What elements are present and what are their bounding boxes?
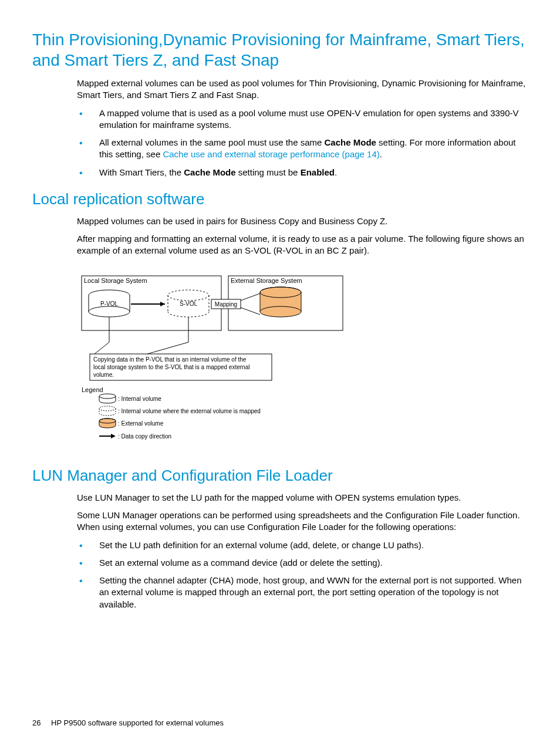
- text-bold: Cache Mode: [184, 167, 235, 177]
- svg-line-15: [241, 293, 260, 301]
- legend-item: : Internal volume where the external vol…: [118, 408, 261, 414]
- section-heading-local-replication: Local replication software: [32, 189, 528, 210]
- section3-para2: Some LUN Manager operations can be perfo…: [77, 509, 528, 534]
- svg-marker-43: [111, 434, 116, 438]
- section3-para1: Use LUN Manager to set the LU path for t…: [77, 492, 528, 504]
- text-bold: Cache Mode: [325, 137, 376, 147]
- section2-para1: Mapped volumes can be used in pairs for …: [77, 215, 528, 227]
- link-cache-use[interactable]: Cache use and external storage performan…: [163, 149, 379, 159]
- list-item: With Smart Tiers, the Cache Mode setting…: [77, 167, 528, 178]
- svg-line-24: [95, 342, 109, 354]
- legend-item: : External volume: [118, 420, 164, 427]
- legend-mapped-volume-icon: [99, 406, 116, 416]
- svg-line-16: [241, 308, 260, 315]
- svg-text:volume.: volume.: [93, 372, 114, 378]
- diagram-local-replication: Local Storage System External Storage Sy…: [77, 275, 370, 454]
- diagram-local-label: Local Storage System: [84, 277, 147, 284]
- svg-text:P-VOL: P-VOL: [100, 301, 118, 307]
- section3-bullets: Set the LU path definition for an extern…: [77, 539, 528, 610]
- legend-item: : Data copy direction: [118, 433, 171, 440]
- svg-point-21: [260, 306, 301, 317]
- svg-point-34: [99, 406, 116, 411]
- diagram-legend-title: Legend: [82, 386, 103, 393]
- svg-marker-9: [160, 302, 165, 306]
- list-item: Set an external volume as a command devi…: [77, 557, 528, 569]
- svg-line-26: [147, 342, 188, 354]
- svg-point-6: [89, 306, 130, 317]
- svg-point-31: [99, 394, 116, 399]
- section1-bullets: A mapped volume that is used as a pool v…: [77, 107, 528, 178]
- text: All external volumes in the same pool mu…: [99, 137, 325, 147]
- section-heading-thin-provisioning: Thin Provisioning,Dynamic Provisioning f…: [32, 29, 528, 70]
- svg-text:local storage system to the S-: local storage system to the S-VOL that i…: [93, 364, 249, 370]
- legend-arrow-icon: [99, 434, 116, 438]
- text: setting must be: [236, 167, 301, 177]
- list-item: A mapped volume that is used as a pool v…: [77, 107, 528, 131]
- text: .: [380, 149, 382, 159]
- diagram-mapping-label: Mapping: [215, 301, 237, 308]
- svg-text:S-VOL: S-VOL: [180, 301, 197, 307]
- diagram-caption: Copying data in the P-VOL that is an int…: [93, 356, 247, 363]
- text: .: [335, 167, 337, 177]
- list-item: All external volumes in the same pool mu…: [77, 137, 528, 161]
- section-heading-lun-manager: LUN Manager and Configuration File Loade…: [32, 465, 528, 486]
- legend-internal-volume-icon: [99, 394, 116, 403]
- text: With Smart Tiers, the: [99, 167, 184, 177]
- section2-para2: After mapping and formatting an external…: [77, 233, 528, 257]
- list-item: Setting the channel adapter (CHA) mode, …: [77, 575, 528, 610]
- text-bold: Enabled: [301, 167, 335, 177]
- external-cylinder-icon: [260, 287, 301, 317]
- diagram-external-label: External Storage System: [231, 277, 302, 284]
- svol-cylinder-icon: S-VOL: [168, 290, 209, 317]
- legend-external-volume-icon: [99, 418, 116, 428]
- list-item: Set the LU path definition for an extern…: [77, 539, 528, 551]
- legend-item: : Internal volume: [118, 396, 161, 402]
- svg-point-10: [168, 290, 209, 301]
- section1-para1: Mapped external volumes can be used as p…: [77, 77, 528, 102]
- pvol-cylinder-icon: P-VOL: [89, 290, 130, 317]
